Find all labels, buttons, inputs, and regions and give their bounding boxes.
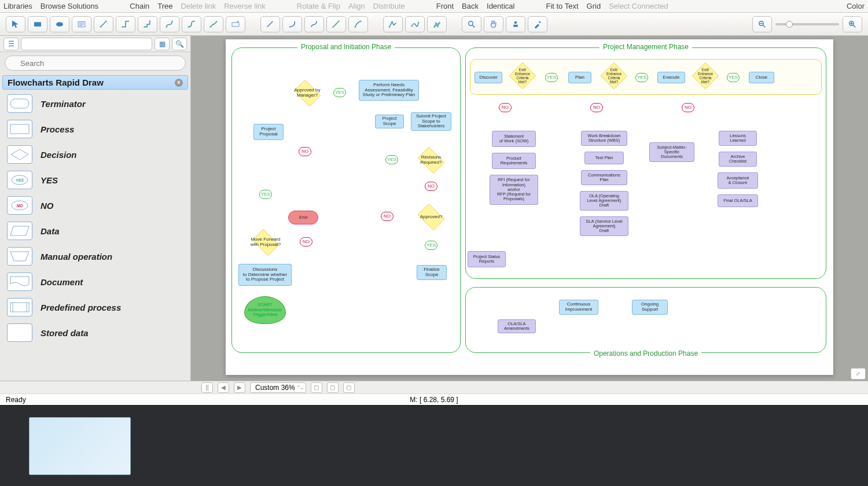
tool-line-5[interactable] xyxy=(348,16,368,32)
yn-yes-6[interactable]: YES xyxy=(635,73,648,82)
doc-rfi[interactable]: RFI (Request for Information) and/or RFP… xyxy=(490,175,538,205)
tool-ellipse[interactable] xyxy=(50,16,69,32)
tool-conn-6[interactable] xyxy=(204,16,223,32)
doc-sme[interactable]: Subject-Matter- Specific Documents xyxy=(649,142,694,162)
lib-item-decision[interactable]: Decision xyxy=(0,142,190,167)
lib-item-terminator[interactable]: Terminator xyxy=(0,91,190,116)
node-exit-2[interactable]: Exit/ Entrance Criteria Met? xyxy=(601,62,627,89)
yn-no-7[interactable]: NO xyxy=(682,103,694,112)
node-movefwd[interactable]: Move Forward with Proposal? xyxy=(250,231,281,253)
doc-testplan[interactable]: Test Plan xyxy=(584,152,624,164)
lib-search-icon[interactable]: 🔍 xyxy=(172,38,187,50)
lib-item-data[interactable]: Data xyxy=(0,218,190,244)
node-close[interactable]: Close xyxy=(749,72,774,83)
tool-conn-3[interactable] xyxy=(138,16,157,32)
node-discover[interactable]: Discover xyxy=(475,72,502,83)
node-exit-3[interactable]: Exit/ Entrance Criteria Met? xyxy=(692,62,719,89)
doc-status[interactable]: Project Status Reports xyxy=(468,251,506,267)
lib-grid-icon[interactable]: ▦ xyxy=(155,38,170,50)
doc-accept[interactable]: Acceptance & Closure xyxy=(718,172,758,189)
node-projprop[interactable]: Project Proposal xyxy=(253,124,284,140)
yn-yes-1[interactable]: YES xyxy=(259,190,272,199)
doc-olaamend[interactable]: OLA/SLA Amendments xyxy=(498,319,536,333)
node-exit-1[interactable]: Exit/ Entrance Criteria Met? xyxy=(509,62,536,89)
menu-identical[interactable]: Identical xyxy=(487,2,514,10)
page-thumbnail[interactable] xyxy=(29,417,131,475)
menu-fit-to-text[interactable]: Fit to Text xyxy=(546,2,578,10)
tool-line-4[interactable] xyxy=(326,16,346,32)
yn-no-1[interactable]: NO xyxy=(299,147,311,156)
zoom-slider[interactable] xyxy=(752,16,862,32)
doc-sow[interactable]: Statement of Work (SOW) xyxy=(492,131,536,147)
menu-chain[interactable]: Chain xyxy=(130,2,149,10)
zoom-track[interactable] xyxy=(775,23,839,25)
doc-lessons[interactable]: Lessons Learned xyxy=(719,131,757,146)
tool-conn-2[interactable] xyxy=(116,16,135,32)
lib-item-yes[interactable]: YESYES xyxy=(0,167,190,193)
library-header[interactable]: Flowcharts Rapid Draw × xyxy=(2,75,188,90)
tool-line-2[interactable] xyxy=(282,16,302,32)
lib-path-field[interactable] xyxy=(21,38,152,50)
yn-yes-2[interactable]: YES xyxy=(333,88,346,97)
node-execute[interactable]: Execute xyxy=(657,72,685,83)
menu-tree[interactable]: Tree xyxy=(157,2,172,10)
doc-ola[interactable]: OLA (Operating Level Agreement) Draft xyxy=(580,191,628,211)
yn-no-2[interactable]: NO xyxy=(300,237,312,246)
node-scope[interactable]: Project Scope xyxy=(375,115,404,128)
search-input[interactable] xyxy=(5,56,186,71)
yn-yes-4[interactable]: YES xyxy=(425,241,437,250)
tool-eyedropper[interactable] xyxy=(528,16,547,32)
view-mode-1[interactable]: ▢ xyxy=(311,382,322,393)
yn-yes-7[interactable]: YES xyxy=(727,73,740,82)
menu-libraries[interactable]: Libraries xyxy=(3,2,32,10)
view-mode-3[interactable]: ▢ xyxy=(343,382,355,393)
node-revreq[interactable]: Revisions Required? xyxy=(415,149,447,171)
lib-item-stored-data[interactable]: Stored data xyxy=(0,320,190,345)
nav-prev[interactable]: ◀ xyxy=(218,382,229,393)
yn-no-4[interactable]: NO xyxy=(381,212,393,221)
zoom-out-icon[interactable] xyxy=(752,16,772,32)
nav-pause[interactable]: || xyxy=(201,382,213,393)
node-plan[interactable]: Plan xyxy=(568,72,591,83)
yn-no-5[interactable]: NO xyxy=(499,103,512,112)
zoom-select[interactable]: Custom 36% xyxy=(250,382,306,393)
tool-text[interactable] xyxy=(72,16,91,32)
tool-rect[interactable] xyxy=(28,16,47,32)
nav-next[interactable]: ▶ xyxy=(234,382,245,393)
tool-shape-1[interactable] xyxy=(383,16,403,32)
node-needs[interactable]: Perform Needs Assessment, Feasibility St… xyxy=(359,80,419,101)
tool-shape-2[interactable] xyxy=(405,16,425,32)
yn-no-3[interactable]: NO xyxy=(425,182,437,191)
node-end[interactable]: End xyxy=(288,211,318,224)
tool-conn-1[interactable] xyxy=(94,16,113,32)
node-submit[interactable]: Submit Project Scope to Stakeholders xyxy=(411,112,451,131)
tool-pointer[interactable] xyxy=(6,16,25,32)
view-mode-2[interactable]: ▢ xyxy=(327,382,339,393)
node-discuss[interactable]: Discussions to Determine whether to Prop… xyxy=(238,264,292,286)
node-apprmgr[interactable]: Approved by Manager? xyxy=(292,82,323,104)
lib-item-no[interactable]: NONO xyxy=(0,193,190,218)
tool-conn-4[interactable] xyxy=(160,16,179,32)
lib-item-document[interactable]: Document xyxy=(0,269,190,294)
doc-prodreq[interactable]: Product Requirements xyxy=(492,153,536,169)
yn-no-6[interactable]: NO xyxy=(590,103,603,112)
tool-conn-5[interactable] xyxy=(182,16,201,32)
tool-conn-7[interactable] xyxy=(226,16,245,32)
doc-sla[interactable]: SLA (Service Level Agreement) Draft xyxy=(580,216,628,236)
page[interactable]: Proposal and Initiation Phase Project Ma… xyxy=(226,39,833,375)
node-ongoing[interactable]: Ongoing Support xyxy=(632,300,668,315)
doc-finalola[interactable]: Final OLA/SLA xyxy=(718,194,758,207)
menu-grid[interactable]: Grid xyxy=(587,2,601,10)
tool-line-3[interactable] xyxy=(304,16,324,32)
lib-item-manual-op[interactable]: Manual operation xyxy=(0,244,190,269)
lib-item-process[interactable]: Process xyxy=(0,116,190,142)
node-approved[interactable]: Approved? xyxy=(415,206,447,228)
node-finalize[interactable]: Finalize Scope xyxy=(417,265,447,280)
zoom-in-icon[interactable] xyxy=(843,16,862,32)
menu-color[interactable]: Color xyxy=(847,2,865,10)
node-contimp[interactable]: Continuous Improvement xyxy=(559,300,598,315)
page-nav-corner[interactable]: ⤢ xyxy=(851,368,866,380)
tool-pan[interactable] xyxy=(484,16,503,32)
tool-line-1[interactable] xyxy=(260,16,280,32)
lib-view-icon[interactable]: ☰ xyxy=(3,38,19,50)
